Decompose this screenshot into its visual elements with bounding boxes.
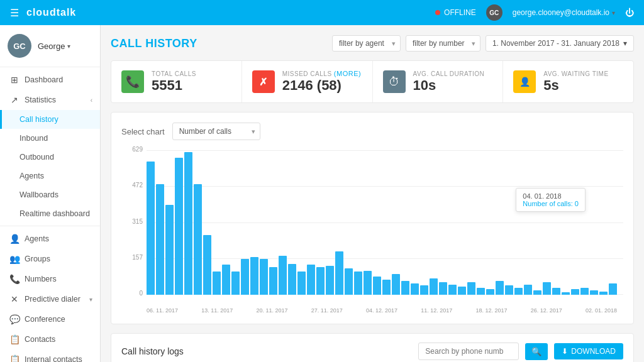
chart-bar[interactable] [392,274,400,295]
chart-bar[interactable] [279,256,287,295]
chart-bar[interactable] [524,285,532,295]
filter-number-select[interactable]: filter by number [406,35,480,52]
chart-bar[interactable] [590,290,598,295]
filter-agent-select[interactable]: filter by agent [332,35,401,52]
chart-bar[interactable] [184,152,192,295]
chart-bar[interactable] [165,205,174,295]
main-content: CALL HISTORY filter by agent filter by n… [101,25,644,362]
date-range-button[interactable]: 1. November 2017 - 31. January 2018 ▾ [486,35,634,52]
missed-calls-more[interactable]: (MORE) [334,70,361,77]
filter-number-wrapper: filter by number [406,35,480,52]
header-right: OFFLINE GC george.clooney@cloudtalk.io ▾… [435,4,634,21]
chart-bar[interactable] [345,268,353,295]
chart-bar[interactable] [401,281,409,295]
chart-bar[interactable] [354,272,362,295]
chart-bar[interactable] [203,235,211,295]
status-dot [435,10,440,15]
chart-bar[interactable] [288,264,296,295]
user-email: george.clooney@cloudtalk.io [513,8,609,17]
chart-bar[interactable] [364,271,372,295]
stat-info-missed: MISSED CALLS (MORE) 2146 (58) [282,70,361,94]
chart-bar[interactable] [609,283,617,295]
search-button[interactable]: 🔍 [525,343,548,360]
sidebar-item-internal-contacts[interactable]: 📋 Internal contacts [0,349,100,362]
chart-bar[interactable] [231,272,240,295]
chart-bar[interactable] [373,277,381,295]
agents-icon: 👤 [9,234,19,244]
chart-bar[interactable] [458,287,466,295]
sidebar-item-dashboard[interactable]: ⊞ Dashboard [0,70,100,90]
chart-bar[interactable] [175,158,183,295]
chart-bar[interactable] [250,257,258,295]
chart-bar[interactable] [599,292,608,295]
chart-bar[interactable] [156,184,164,295]
sidebar-item-inbound[interactable]: Inbound [0,129,100,148]
hamburger-icon[interactable]: ☰ [10,7,19,19]
chart-bar[interactable] [147,162,155,295]
chart-bar[interactable] [543,282,551,295]
chart-bar[interactable] [326,266,334,295]
top-header: ☰ cloudtalk OFFLINE GC george.clooney@cl… [0,0,644,25]
download-button[interactable]: ⬇ DOWNLOAD [554,343,623,359]
chart-bar[interactable] [316,267,325,295]
chart-bar[interactable] [562,292,570,295]
predictive-icon: ✕ [9,294,19,304]
sidebar-item-statistics[interactable]: ↗ Statistics ‹ [0,90,100,110]
sidebar-item-outbound[interactable]: Outbound [0,148,100,167]
chart-bar[interactable] [439,282,447,295]
chart-bar[interactable] [307,265,315,295]
sidebar-item-predictive-dialer[interactable]: ✕ Predictive dialer ▾ [0,289,100,309]
chart-bar[interactable] [430,278,438,295]
chart-bar[interactable] [477,288,485,295]
sidebar-item-label: Contacts [25,335,55,344]
logs-section: Call history logs 🔍 ⬇ DOWNLOAD [111,333,634,362]
sidebar-item-realtime[interactable]: Realtime dashboard [0,204,100,223]
user-info[interactable]: george.clooney@cloudtalk.io ▾ [513,8,615,17]
sidebar-item-groups[interactable]: 👥 Groups [0,249,100,269]
chart-bar[interactable] [260,259,268,295]
sidebar-item-numbers[interactable]: 📞 Numbers [0,269,100,289]
dashboard-icon: ⊞ [9,75,19,85]
sidebar-item-wallboards[interactable]: Wallboards [0,185,100,204]
search-input[interactable] [418,343,519,360]
chart-bar[interactable] [486,289,494,295]
chart-bar[interactable] [241,259,249,295]
chart-bar[interactable] [580,288,589,295]
chart-bar[interactable] [335,251,343,295]
sidebar-item-agents[interactable]: 👤 Agents [0,229,100,249]
sidebar-item-agents-stat[interactable]: Agents [0,167,100,185]
sidebar-username[interactable]: George ▾ [38,41,70,51]
chart-bar[interactable] [222,265,230,295]
page-title: CALL HISTORY [111,37,197,50]
chart-bar[interactable] [533,290,541,295]
sidebar-item-contacts[interactable]: 📋 Contacts [0,329,100,349]
power-icon[interactable]: ⏻ [625,8,634,18]
sidebar-item-call-history[interactable]: Call history [0,110,100,129]
sidebar: GC George ▾ ⊞ Dashboard ↗ Statistics ‹ C… [0,25,101,362]
chart-bar[interactable] [382,280,391,295]
x-axis: 06. 11. 2017 13. 11. 2017 20. 11. 2017 2… [147,307,617,314]
chart-bar[interactable] [571,289,579,295]
filter-agent-wrapper: filter by agent [332,35,401,52]
chart-bar[interactable] [420,285,428,295]
chart-bar[interactable] [269,267,277,295]
tooltip-value: Number of calls: 0 [523,200,579,207]
stats-row: 📞 TOTAL CALLS 5551 ✗ MISSED CALLS (MORE)… [111,60,634,103]
chart-type-select[interactable]: Number of calls Call duration Missed cal… [172,123,260,140]
sidebar-item-label: Outbound [19,153,54,162]
chart-bar[interactable] [552,288,560,295]
chart-bar[interactable] [213,272,221,295]
chart-bar[interactable] [297,272,306,295]
avg-duration-label: AVG. CALL DURATION [413,70,485,77]
chart-bar[interactable] [411,283,419,295]
sidebar-item-conference[interactable]: 💬 Conference [0,309,100,329]
chart-bar[interactable] [514,288,523,295]
chart-bar[interactable] [496,281,504,295]
groups-icon: 👥 [9,254,19,264]
chart-bar[interactable] [505,285,513,295]
chart-bar[interactable] [194,184,202,295]
download-label: DOWNLOAD [571,347,616,356]
x-label: 20. 11. 2017 [256,307,287,314]
chart-bar[interactable] [448,285,457,295]
chart-bar[interactable] [467,282,475,295]
